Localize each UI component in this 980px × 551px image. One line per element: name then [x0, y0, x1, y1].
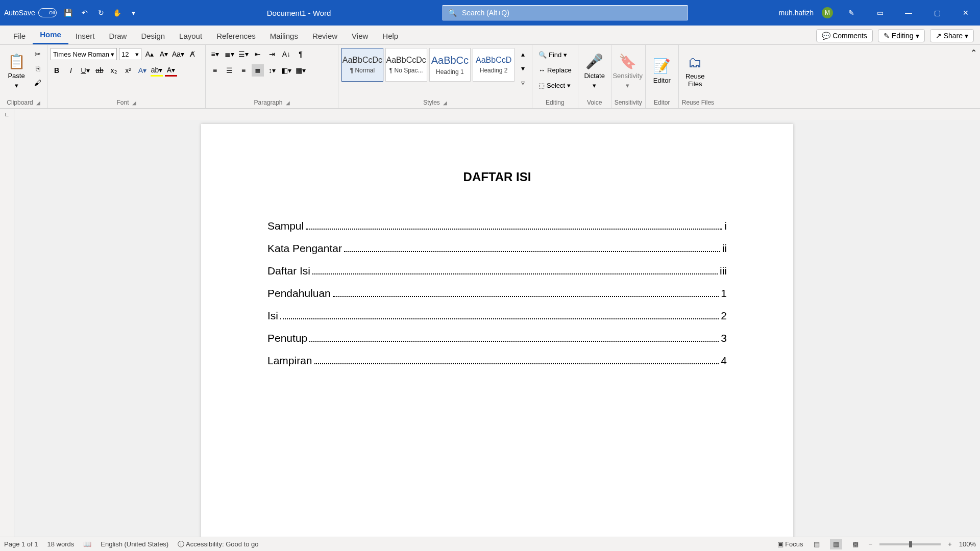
- bold-icon[interactable]: B: [51, 64, 63, 77]
- align-center-icon[interactable]: ☰: [223, 64, 235, 77]
- font-name-combo[interactable]: Times New Roman▾: [51, 48, 117, 60]
- web-layout-icon[interactable]: ▩: [849, 539, 862, 549]
- find-button[interactable]: 🔍 Find ▾: [535, 48, 570, 61]
- page[interactable]: DAFTAR ISI SampuliKata PengantariiDaftar…: [201, 124, 793, 537]
- ruler-horizontal[interactable]: ∟: [0, 109, 980, 120]
- undo-icon[interactable]: ↶: [79, 7, 90, 18]
- zoom-in-icon[interactable]: +: [948, 540, 952, 548]
- zoom-level[interactable]: 100%: [959, 540, 976, 548]
- zoom-thumb[interactable]: [909, 541, 912, 547]
- select-button[interactable]: ⬚ Select ▾: [535, 79, 574, 92]
- underline-icon[interactable]: U▾: [79, 64, 91, 77]
- bullets-icon[interactable]: ≡▾: [209, 48, 221, 60]
- read-mode-icon[interactable]: ▤: [811, 539, 823, 549]
- dictate-button[interactable]: 🎤Dictate▾: [581, 48, 608, 94]
- paragraph-launcher-icon[interactable]: ◢: [286, 100, 290, 106]
- font-color-icon[interactable]: A▾: [165, 64, 177, 77]
- print-layout-icon[interactable]: ▦: [830, 539, 842, 549]
- tab-design[interactable]: Design: [134, 28, 172, 44]
- editing-mode-button[interactable]: ✎ Editing ▾: [878, 29, 925, 42]
- superscript-icon[interactable]: x²: [122, 64, 134, 77]
- style-heading2[interactable]: AaBbCcDHeading 2: [473, 48, 514, 82]
- focus-mode-button[interactable]: ▣ Focus: [777, 540, 803, 548]
- username[interactable]: muh.hafizh: [779, 9, 814, 17]
- style-normal[interactable]: AaBbCcDc¶ Normal: [341, 48, 383, 82]
- tab-review[interactable]: Review: [305, 28, 345, 44]
- ribbon-display-icon[interactable]: ▭: [870, 3, 890, 23]
- grow-font-icon[interactable]: A▴: [143, 48, 156, 60]
- share-button[interactable]: ↗ Share ▾: [930, 29, 974, 42]
- toc-line[interactable]: Daftar Isiiii: [267, 265, 727, 277]
- tab-layout[interactable]: Layout: [172, 28, 209, 44]
- collapse-ribbon-icon[interactable]: ⌃: [967, 45, 980, 108]
- increase-indent-icon[interactable]: ⇥: [266, 48, 278, 60]
- tab-references[interactable]: References: [209, 28, 263, 44]
- borders-icon[interactable]: ▦▾: [295, 64, 307, 77]
- tab-insert[interactable]: Insert: [68, 28, 102, 44]
- zoom-out-icon[interactable]: −: [869, 540, 873, 548]
- clear-formatting-icon[interactable]: A̸: [186, 48, 199, 60]
- sensitivity-button[interactable]: 🔖Sensitivity▾: [615, 48, 641, 94]
- reuse-files-button[interactable]: 🗂Reuse Files: [682, 48, 708, 94]
- text-effects-icon[interactable]: A▾: [136, 64, 149, 77]
- decrease-indent-icon[interactable]: ⇤: [252, 48, 264, 60]
- comments-button[interactable]: 💬 Comments: [816, 29, 873, 42]
- status-page[interactable]: Page 1 of 1: [4, 540, 38, 548]
- format-painter-icon[interactable]: 🖌: [32, 77, 44, 89]
- styles-down-icon[interactable]: ▾: [517, 62, 529, 74]
- autosave-toggle[interactable]: Off: [38, 8, 57, 17]
- numbering-icon[interactable]: ≣▾: [223, 48, 235, 60]
- touch-mode-icon[interactable]: ✋: [112, 7, 123, 18]
- zoom-slider[interactable]: [879, 543, 941, 545]
- user-avatar[interactable]: M: [822, 7, 833, 18]
- style-heading1[interactable]: AaBbCcHeading 1: [429, 48, 471, 82]
- font-size-combo[interactable]: 12▾: [119, 48, 141, 60]
- editor-button[interactable]: 📝Editor: [649, 48, 675, 94]
- justify-icon[interactable]: ≣: [252, 64, 264, 77]
- multilevel-list-icon[interactable]: ☰▾: [237, 48, 250, 60]
- toc-line[interactable]: Kata Pengantarii: [267, 242, 727, 255]
- coming-soon-icon[interactable]: ✎: [841, 3, 862, 23]
- styles-launcher-icon[interactable]: ◢: [443, 100, 447, 106]
- change-case-icon[interactable]: Aa▾: [172, 48, 184, 60]
- show-marks-icon[interactable]: ¶: [295, 48, 307, 60]
- subscript-icon[interactable]: x₂: [108, 64, 120, 77]
- status-words[interactable]: 18 words: [47, 540, 75, 548]
- tab-mailings[interactable]: Mailings: [263, 28, 305, 44]
- close-icon[interactable]: ✕: [955, 3, 976, 23]
- spellcheck-icon[interactable]: 📖: [83, 540, 91, 548]
- shrink-font-icon[interactable]: A▾: [158, 48, 170, 60]
- search-box[interactable]: 🔍 Search (Alt+Q): [443, 5, 688, 20]
- table-of-contents[interactable]: SampuliKata PengantariiDaftar IsiiiiPend…: [267, 220, 727, 367]
- clipboard-launcher-icon[interactable]: ◢: [36, 100, 40, 106]
- styles-more-icon[interactable]: ▿: [517, 77, 529, 89]
- line-spacing-icon[interactable]: ↕▾: [266, 64, 278, 77]
- strikethrough-icon[interactable]: ab: [93, 64, 106, 77]
- maximize-icon[interactable]: ▢: [927, 3, 947, 23]
- tab-draw[interactable]: Draw: [102, 28, 134, 44]
- tab-view[interactable]: View: [345, 28, 375, 44]
- status-language[interactable]: English (United States): [101, 540, 168, 548]
- style-no-spacing[interactable]: AaBbCcDc¶ No Spac...: [385, 48, 427, 82]
- italic-icon[interactable]: I: [65, 64, 77, 77]
- autosave-control[interactable]: AutoSave Off: [4, 8, 57, 17]
- tab-file[interactable]: File: [6, 28, 33, 44]
- toc-line[interactable]: Isi2: [267, 310, 727, 322]
- replace-button[interactable]: ↔ Replace: [535, 63, 575, 77]
- align-left-icon[interactable]: ≡: [209, 64, 221, 77]
- cut-icon[interactable]: ✂: [32, 48, 44, 60]
- align-right-icon[interactable]: ≡: [237, 64, 250, 77]
- toc-line[interactable]: Penutup3: [267, 332, 727, 344]
- styles-up-icon[interactable]: ▴: [517, 48, 529, 60]
- sort-icon[interactable]: A↓: [280, 48, 292, 60]
- paste-button[interactable]: 📋Paste▾: [3, 48, 30, 94]
- redo-icon[interactable]: ↻: [95, 7, 107, 18]
- status-accessibility[interactable]: ⓘ Accessibility: Good to go: [178, 540, 258, 549]
- toc-line[interactable]: Lampiran4: [267, 355, 727, 367]
- save-icon[interactable]: 💾: [63, 7, 74, 18]
- copy-icon[interactable]: ⎘: [32, 62, 44, 74]
- qat-more-icon[interactable]: ▾: [128, 7, 139, 18]
- font-launcher-icon[interactable]: ◢: [132, 100, 136, 106]
- toc-line[interactable]: Pendahuluan1: [267, 287, 727, 299]
- tab-help[interactable]: Help: [375, 28, 405, 44]
